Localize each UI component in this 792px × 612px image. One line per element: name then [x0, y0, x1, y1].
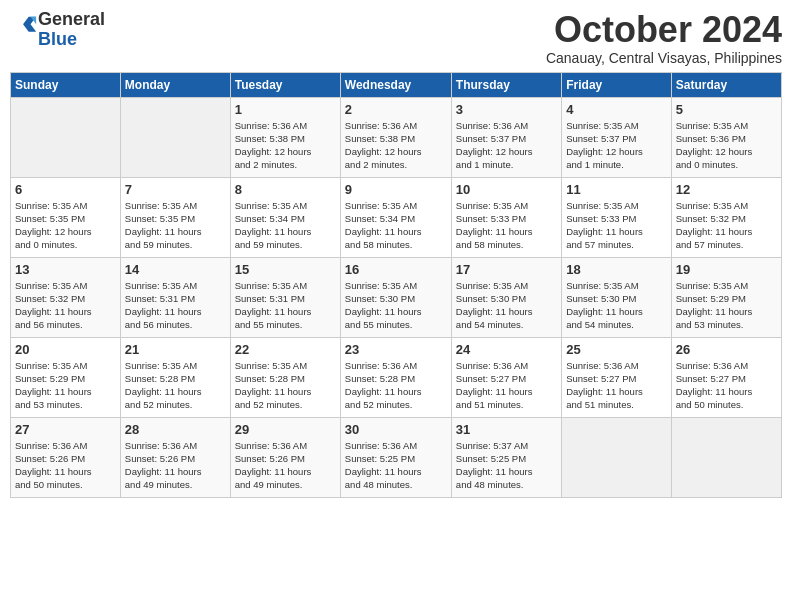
- day-info: Sunrise: 5:35 AM Sunset: 5:35 PM Dayligh…: [15, 199, 116, 252]
- calendar-cell: 26Sunrise: 5:36 AM Sunset: 5:27 PM Dayli…: [671, 337, 781, 417]
- day-info: Sunrise: 5:35 AM Sunset: 5:30 PM Dayligh…: [345, 279, 447, 332]
- calendar-cell: 1Sunrise: 5:36 AM Sunset: 5:38 PM Daylig…: [230, 97, 340, 177]
- day-number: 18: [566, 262, 666, 277]
- calendar-cell: 22Sunrise: 5:35 AM Sunset: 5:28 PM Dayli…: [230, 337, 340, 417]
- calendar-cell: 3Sunrise: 5:36 AM Sunset: 5:37 PM Daylig…: [451, 97, 561, 177]
- day-info: Sunrise: 5:35 AM Sunset: 5:32 PM Dayligh…: [676, 199, 777, 252]
- day-info: Sunrise: 5:35 AM Sunset: 5:34 PM Dayligh…: [235, 199, 336, 252]
- calendar-cell: 20Sunrise: 5:35 AM Sunset: 5:29 PM Dayli…: [11, 337, 121, 417]
- day-number: 7: [125, 182, 226, 197]
- day-info: Sunrise: 5:35 AM Sunset: 5:33 PM Dayligh…: [566, 199, 666, 252]
- calendar-cell: 19Sunrise: 5:35 AM Sunset: 5:29 PM Dayli…: [671, 257, 781, 337]
- day-number: 2: [345, 102, 447, 117]
- day-info: Sunrise: 5:36 AM Sunset: 5:38 PM Dayligh…: [345, 119, 447, 172]
- calendar-week-row: 6Sunrise: 5:35 AM Sunset: 5:35 PM Daylig…: [11, 177, 782, 257]
- page-header: General Blue October 2024 Canauay, Centr…: [10, 10, 782, 66]
- calendar-cell: 21Sunrise: 5:35 AM Sunset: 5:28 PM Dayli…: [120, 337, 230, 417]
- calendar-cell: 31Sunrise: 5:37 AM Sunset: 5:25 PM Dayli…: [451, 417, 561, 497]
- calendar-cell: 4Sunrise: 5:35 AM Sunset: 5:37 PM Daylig…: [562, 97, 671, 177]
- calendar-cell: 11Sunrise: 5:35 AM Sunset: 5:33 PM Dayli…: [562, 177, 671, 257]
- day-info: Sunrise: 5:35 AM Sunset: 5:32 PM Dayligh…: [15, 279, 116, 332]
- day-info: Sunrise: 5:36 AM Sunset: 5:27 PM Dayligh…: [456, 359, 557, 412]
- calendar-cell: 14Sunrise: 5:35 AM Sunset: 5:31 PM Dayli…: [120, 257, 230, 337]
- day-info: Sunrise: 5:36 AM Sunset: 5:38 PM Dayligh…: [235, 119, 336, 172]
- day-info: Sunrise: 5:35 AM Sunset: 5:31 PM Dayligh…: [125, 279, 226, 332]
- day-info: Sunrise: 5:35 AM Sunset: 5:37 PM Dayligh…: [566, 119, 666, 172]
- weekday-header-cell: Saturday: [671, 72, 781, 97]
- logo-text-blue: Blue: [38, 30, 105, 50]
- calendar-cell: 15Sunrise: 5:35 AM Sunset: 5:31 PM Dayli…: [230, 257, 340, 337]
- calendar-cell: 17Sunrise: 5:35 AM Sunset: 5:30 PM Dayli…: [451, 257, 561, 337]
- day-number: 16: [345, 262, 447, 277]
- day-info: Sunrise: 5:36 AM Sunset: 5:27 PM Dayligh…: [566, 359, 666, 412]
- weekday-header-cell: Wednesday: [340, 72, 451, 97]
- day-number: 27: [15, 422, 116, 437]
- day-number: 28: [125, 422, 226, 437]
- day-number: 23: [345, 342, 447, 357]
- calendar-cell: 27Sunrise: 5:36 AM Sunset: 5:26 PM Dayli…: [11, 417, 121, 497]
- logo-icon: [10, 13, 38, 41]
- day-number: 12: [676, 182, 777, 197]
- calendar-week-row: 20Sunrise: 5:35 AM Sunset: 5:29 PM Dayli…: [11, 337, 782, 417]
- calendar-cell: [671, 417, 781, 497]
- day-number: 30: [345, 422, 447, 437]
- calendar-cell: 12Sunrise: 5:35 AM Sunset: 5:32 PM Dayli…: [671, 177, 781, 257]
- weekday-header-cell: Tuesday: [230, 72, 340, 97]
- calendar-week-row: 27Sunrise: 5:36 AM Sunset: 5:26 PM Dayli…: [11, 417, 782, 497]
- day-number: 19: [676, 262, 777, 277]
- logo-text-general: General: [38, 10, 105, 30]
- day-info: Sunrise: 5:35 AM Sunset: 5:31 PM Dayligh…: [235, 279, 336, 332]
- day-number: 1: [235, 102, 336, 117]
- day-info: Sunrise: 5:35 AM Sunset: 5:33 PM Dayligh…: [456, 199, 557, 252]
- calendar-cell: 6Sunrise: 5:35 AM Sunset: 5:35 PM Daylig…: [11, 177, 121, 257]
- logo: General Blue: [10, 10, 105, 50]
- day-number: 13: [15, 262, 116, 277]
- calendar-cell: 10Sunrise: 5:35 AM Sunset: 5:33 PM Dayli…: [451, 177, 561, 257]
- day-number: 9: [345, 182, 447, 197]
- day-info: Sunrise: 5:35 AM Sunset: 5:29 PM Dayligh…: [676, 279, 777, 332]
- day-number: 29: [235, 422, 336, 437]
- day-info: Sunrise: 5:35 AM Sunset: 5:30 PM Dayligh…: [456, 279, 557, 332]
- title-block: October 2024 Canauay, Central Visayas, P…: [546, 10, 782, 66]
- calendar-table: SundayMondayTuesdayWednesdayThursdayFrid…: [10, 72, 782, 498]
- day-number: 6: [15, 182, 116, 197]
- day-number: 10: [456, 182, 557, 197]
- day-info: Sunrise: 5:35 AM Sunset: 5:28 PM Dayligh…: [125, 359, 226, 412]
- calendar-cell: [11, 97, 121, 177]
- day-number: 11: [566, 182, 666, 197]
- calendar-cell: 2Sunrise: 5:36 AM Sunset: 5:38 PM Daylig…: [340, 97, 451, 177]
- calendar-cell: 5Sunrise: 5:35 AM Sunset: 5:36 PM Daylig…: [671, 97, 781, 177]
- day-number: 25: [566, 342, 666, 357]
- weekday-header-cell: Sunday: [11, 72, 121, 97]
- day-number: 21: [125, 342, 226, 357]
- calendar-cell: 8Sunrise: 5:35 AM Sunset: 5:34 PM Daylig…: [230, 177, 340, 257]
- day-info: Sunrise: 5:35 AM Sunset: 5:30 PM Dayligh…: [566, 279, 666, 332]
- calendar-cell: 13Sunrise: 5:35 AM Sunset: 5:32 PM Dayli…: [11, 257, 121, 337]
- month-title: October 2024: [546, 10, 782, 50]
- day-info: Sunrise: 5:36 AM Sunset: 5:26 PM Dayligh…: [235, 439, 336, 492]
- day-number: 22: [235, 342, 336, 357]
- calendar-cell: 25Sunrise: 5:36 AM Sunset: 5:27 PM Dayli…: [562, 337, 671, 417]
- calendar-body: 1Sunrise: 5:36 AM Sunset: 5:38 PM Daylig…: [11, 97, 782, 497]
- day-info: Sunrise: 5:35 AM Sunset: 5:29 PM Dayligh…: [15, 359, 116, 412]
- calendar-cell: 29Sunrise: 5:36 AM Sunset: 5:26 PM Dayli…: [230, 417, 340, 497]
- day-info: Sunrise: 5:36 AM Sunset: 5:28 PM Dayligh…: [345, 359, 447, 412]
- day-number: 5: [676, 102, 777, 117]
- weekday-header-cell: Monday: [120, 72, 230, 97]
- calendar-week-row: 13Sunrise: 5:35 AM Sunset: 5:32 PM Dayli…: [11, 257, 782, 337]
- calendar-week-row: 1Sunrise: 5:36 AM Sunset: 5:38 PM Daylig…: [11, 97, 782, 177]
- day-number: 26: [676, 342, 777, 357]
- weekday-header-cell: Thursday: [451, 72, 561, 97]
- day-info: Sunrise: 5:36 AM Sunset: 5:26 PM Dayligh…: [125, 439, 226, 492]
- day-number: 4: [566, 102, 666, 117]
- calendar-cell: 24Sunrise: 5:36 AM Sunset: 5:27 PM Dayli…: [451, 337, 561, 417]
- weekday-header-cell: Friday: [562, 72, 671, 97]
- calendar-cell: 16Sunrise: 5:35 AM Sunset: 5:30 PM Dayli…: [340, 257, 451, 337]
- calendar-cell: [562, 417, 671, 497]
- day-number: 3: [456, 102, 557, 117]
- day-info: Sunrise: 5:36 AM Sunset: 5:26 PM Dayligh…: [15, 439, 116, 492]
- day-number: 14: [125, 262, 226, 277]
- day-info: Sunrise: 5:35 AM Sunset: 5:36 PM Dayligh…: [676, 119, 777, 172]
- calendar-cell: 28Sunrise: 5:36 AM Sunset: 5:26 PM Dayli…: [120, 417, 230, 497]
- calendar-cell: 7Sunrise: 5:35 AM Sunset: 5:35 PM Daylig…: [120, 177, 230, 257]
